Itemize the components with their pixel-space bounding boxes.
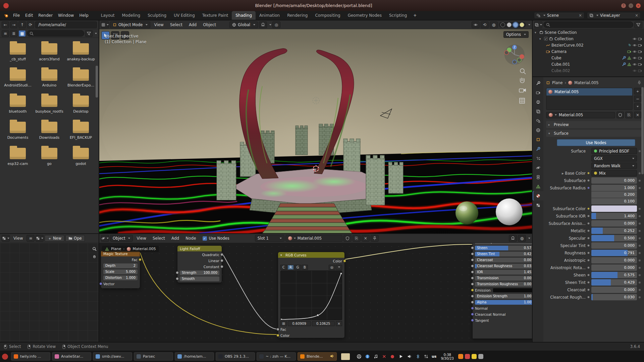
- obs-tray-icon[interactable]: [356, 354, 362, 359]
- input-socket[interactable]: [471, 307, 474, 310]
- taskbar-button[interactable]: ~ : zsh — K...: [257, 352, 296, 361]
- workspace-tab[interactable]: Texture Paint: [199, 11, 232, 20]
- outliner-search-input[interactable]: [543, 21, 633, 28]
- snapping-button[interactable]: [259, 21, 267, 28]
- scrollbar[interactable]: [96, 66, 98, 98]
- window-close-button[interactable]: ×: [636, 3, 641, 8]
- shader-editor-menu[interactable]: View: [134, 234, 149, 243]
- overlays-button[interactable]: ◍: [518, 235, 526, 242]
- hide-eye-icon[interactable]: [633, 37, 637, 41]
- folder-item[interactable]: esp32-cam: [2, 148, 34, 166]
- material-selector[interactable]: Material.005: [546, 112, 615, 118]
- render-visibility-icon[interactable]: [638, 43, 642, 47]
- subsurface-method-dropdown[interactable]: Random Walk: [591, 163, 637, 169]
- input-socket[interactable]: [471, 252, 474, 255]
- input-socket[interactable]: [471, 264, 474, 267]
- decorator-dot[interactable]: [639, 237, 641, 239]
- record-tray-icon[interactable]: [390, 354, 395, 359]
- viewport-menu[interactable]: Add: [186, 20, 199, 29]
- subsurface-radius-y[interactable]: 0.200: [591, 191, 637, 198]
- bsdf-slider[interactable]: Clearcoat 0.00: [475, 258, 532, 262]
- material-slot-selected[interactable]: Material.005: [546, 88, 632, 96]
- curve-x-field[interactable]: 0.60909: [288, 321, 311, 326]
- workspace-tab[interactable]: Rendering: [283, 11, 311, 20]
- remove-slot-button[interactable]: −: [634, 96, 641, 102]
- bsdf-slider[interactable]: Anisotropic Rotation 0.00: [475, 243, 532, 244]
- editor-type-button[interactable]: [101, 21, 109, 28]
- decorator-dot[interactable]: [639, 259, 641, 261]
- workspace-tab[interactable]: Compositing: [311, 11, 344, 20]
- node-canvas[interactable]: Plane › Material.005 Magic Texture Fac D…: [99, 243, 532, 342]
- input-socket[interactable]: [471, 289, 474, 292]
- taskbar-button[interactable]: /home/am...: [175, 352, 214, 361]
- subsurface-slider[interactable]: 0.000: [591, 177, 637, 184]
- network-tray-icon[interactable]: [423, 354, 429, 359]
- pin-icon[interactable]: [637, 81, 641, 85]
- pan-hand-icon[interactable]: [92, 254, 97, 259]
- decorator-dot[interactable]: [639, 289, 641, 291]
- material-slot-list[interactable]: Material.005: [546, 88, 633, 110]
- display-thumbnail-button[interactable]: ▦: [18, 30, 26, 37]
- distribution-dropdown[interactable]: GGX: [591, 155, 637, 162]
- subsurface-radius-z[interactable]: 0.100: [591, 198, 637, 204]
- property-slider[interactable]: 0.030: [591, 294, 637, 300]
- scene-selector[interactable]: Scene ×: [534, 12, 584, 19]
- workspace-tab[interactable]: Geometry Nodes: [344, 11, 385, 20]
- filter-button[interactable]: [85, 30, 93, 37]
- folder-item[interactable]: anakey-backup: [65, 43, 97, 61]
- slot-dropdown[interactable]: Slot 1: [255, 235, 284, 242]
- remove-viewlayer-icon[interactable]: ×: [635, 13, 638, 18]
- use-nodes-checkbox[interactable]: ✓ Use Nodes: [203, 236, 229, 241]
- taskbar-button[interactable]: AnalieStar...: [52, 352, 91, 361]
- bsdf-slider[interactable]: Sheen Tint 0.42: [475, 252, 532, 256]
- input-socket[interactable]: [471, 246, 474, 249]
- render-visibility-icon[interactable]: [638, 37, 642, 41]
- folder-item[interactable]: EFI_BACKUP: [65, 122, 97, 140]
- bsdf-slider[interactable]: Emission Strength 1.00: [475, 294, 532, 299]
- bsdf-slider[interactable]: IOR 1.45: [475, 270, 532, 275]
- window-titlebar[interactable]: Blender [/home/amalie/Desktop/blender/po…: [0, 0, 644, 11]
- up-button[interactable]: ↑: [18, 21, 26, 28]
- curve-target-button[interactable]: ◎: [329, 265, 335, 270]
- decorator-dot[interactable]: [639, 267, 641, 269]
- tray-app-yellow-icon[interactable]: [472, 354, 477, 359]
- tab-object-data[interactable]: [533, 182, 543, 191]
- decorator-dot[interactable]: [639, 230, 641, 232]
- hide-eye-icon[interactable]: [633, 62, 637, 66]
- topbar-menu[interactable]: Render: [36, 11, 55, 20]
- material-selector[interactable]: Material.005: [285, 235, 342, 242]
- bsdf-slider[interactable]: Transmission Roughness 0.00: [475, 282, 532, 287]
- viewport-menu[interactable]: View: [151, 20, 166, 29]
- surface-shader-selector[interactable]: Principled BSDF: [591, 148, 637, 154]
- file-search-input[interactable]: [27, 30, 84, 37]
- delete-point-button[interactable]: ×: [336, 321, 342, 326]
- zoom-icon[interactable]: [92, 247, 97, 251]
- input-socket[interactable]: [471, 319, 474, 322]
- workspace-tab[interactable]: Shading: [232, 11, 256, 20]
- outliner-filter-button[interactable]: [634, 21, 642, 28]
- bsdf-slider[interactable]: Transmission 0.00: [475, 276, 532, 281]
- material-preview-shading-button[interactable]: [513, 22, 518, 27]
- tray-app-red-icon[interactable]: [465, 354, 470, 359]
- node-magic-texture[interactable]: Magic Texture Fac Depth2 Scale5.000 Dist…: [101, 250, 140, 289]
- workspace-tab[interactable]: Scripting: [385, 11, 411, 20]
- display-vertical-list-button[interactable]: ≡: [2, 30, 9, 37]
- bsdf-slider[interactable]: Sheen 0.57: [475, 246, 532, 250]
- tab-output[interactable]: [533, 97, 543, 107]
- folder-item[interactable]: _cb_stuff: [2, 43, 34, 61]
- emission-color-swatch[interactable]: [493, 288, 532, 293]
- scissors-tray-icon[interactable]: [381, 354, 387, 359]
- property-slider[interactable]: 0.500: [591, 235, 637, 241]
- hide-eye-icon[interactable]: [633, 56, 637, 60]
- play-tray-icon[interactable]: [398, 354, 404, 359]
- display-horizontal-list-button[interactable]: ≣: [10, 30, 17, 37]
- hide-eye-icon[interactable]: [633, 43, 637, 47]
- input-socket[interactable]: [471, 313, 474, 316]
- input-socket[interactable]: [471, 283, 474, 286]
- node-light-falloff[interactable]: Light Falloff Quadratic Linear Constant …: [177, 245, 222, 283]
- fake-user-button[interactable]: [616, 112, 624, 118]
- property-slider[interactable]: 0.429: [591, 279, 637, 286]
- mode-dropdown[interactable]: Object Mode: [110, 21, 150, 28]
- window-minimize-button[interactable]: –: [629, 3, 633, 8]
- folder-item[interactable]: AndroidStudi...: [2, 69, 34, 87]
